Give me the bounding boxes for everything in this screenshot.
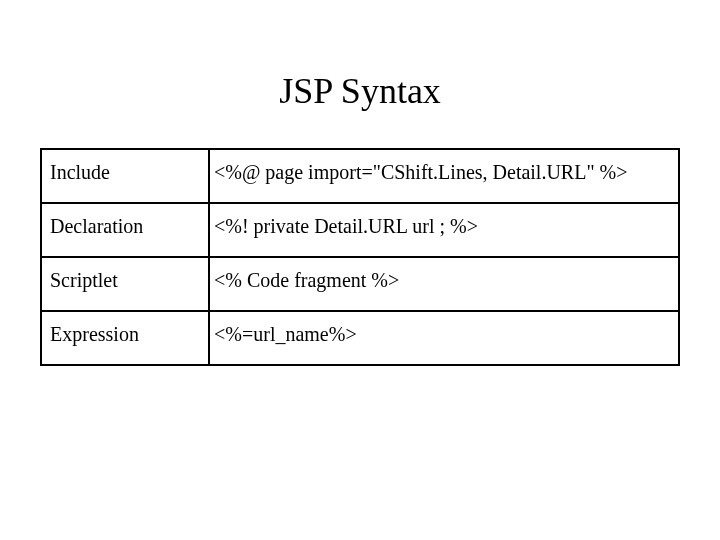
slide: JSP Syntax Include <%@ page import="CShi… (0, 0, 720, 540)
row-label: Scriptlet (41, 257, 209, 311)
syntax-table: Include <%@ page import="CShift.Lines, D… (40, 148, 680, 366)
row-label: Declaration (41, 203, 209, 257)
row-syntax: <% Code fragment %> (209, 257, 679, 311)
table-row: Include <%@ page import="CShift.Lines, D… (41, 149, 679, 203)
row-syntax: <%=url_name%> (209, 311, 679, 365)
table-row: Declaration <%! private Detail.URL url ;… (41, 203, 679, 257)
row-syntax: <%@ page import="CShift.Lines, Detail.UR… (209, 149, 679, 203)
table-row: Expression <%=url_name%> (41, 311, 679, 365)
syntax-table-container: Include <%@ page import="CShift.Lines, D… (40, 148, 680, 366)
table-row: Scriptlet <% Code fragment %> (41, 257, 679, 311)
row-label: Include (41, 149, 209, 203)
page-title: JSP Syntax (0, 70, 720, 112)
row-label: Expression (41, 311, 209, 365)
row-syntax: <%! private Detail.URL url ; %> (209, 203, 679, 257)
